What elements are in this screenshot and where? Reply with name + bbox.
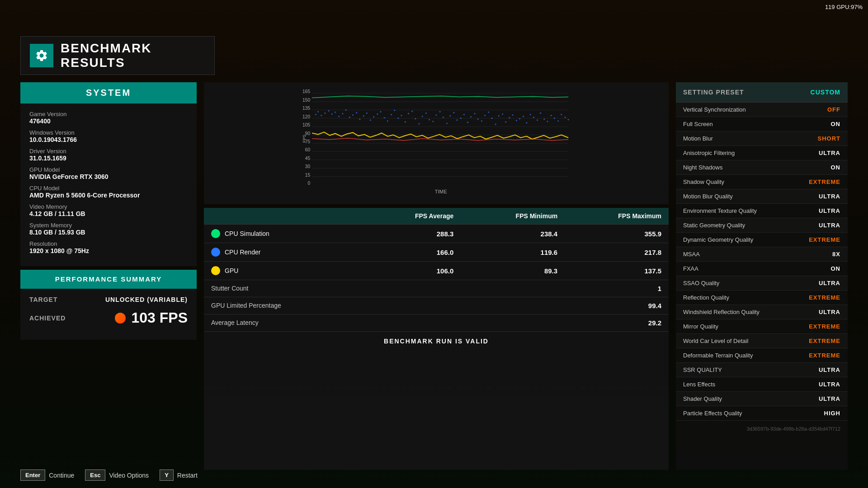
svg-text:105: 105 [302,122,310,127]
svg-text:165: 165 [302,89,310,94]
cpu-render-dot [211,248,220,257]
svg-point-87 [530,114,531,115]
setting-value: ULTRA [819,366,840,373]
gpu-label: GPU [211,266,349,275]
main-container: BENCHMARK RESULTS SYSTEM Game Version 47… [20,36,848,470]
results-table: FPS Average FPS Minimum FPS Maximum CPU … [204,208,669,470]
setting-value: 8X [832,251,840,258]
svg-point-50 [401,115,402,116]
svg-point-75 [488,112,489,113]
setting-name: Vertical Synchronization [683,106,827,113]
setting-item: Motion Blur QualityULTRA [676,189,848,204]
svg-point-42 [373,116,374,117]
svg-point-41 [370,119,371,121]
restart-label: Restart [177,472,198,479]
col-name [211,212,349,220]
esc-key[interactable]: Esc [85,469,105,481]
svg-point-96 [561,114,562,115]
setting-value: EXTREME [809,294,840,301]
setting-item: MSAA8X [676,247,848,262]
video-options-button[interactable]: Esc Video Options [85,469,149,481]
setting-value: EXTREME [809,338,840,344]
svg-text:FPS: FPS [302,135,307,143]
info-system-memory: System Memory 8.10 GB / 15.93 GB [29,222,188,236]
perf-summary-body: TARGET UNLOCKED (VARIABLE) ACHIEVED 103 … [20,289,197,340]
svg-text:15: 15 [305,173,311,178]
svg-point-71 [474,113,476,114]
achieved-row: ACHIEVED 103 FPS [29,310,188,326]
svg-point-57 [425,113,427,114]
setting-name: Anisotropic Filtering [683,150,819,156]
setting-value: ULTRA [819,150,840,156]
svg-point-66 [457,119,458,121]
svg-point-47 [391,114,392,115]
setting-value: ULTRA [819,280,840,286]
svg-point-36 [352,114,354,116]
setting-value: ULTRA [819,222,840,229]
svg-point-85 [523,116,524,117]
info-windows-version: Windows Version 10.0.19043.1766 [29,129,188,143]
svg-point-63 [446,122,448,124]
setting-item: World Car Level of DetailEXTREME [676,334,848,348]
svg-point-43 [377,113,378,115]
svg-point-77 [495,123,496,125]
setting-item: Dynamic Geometry QualityEXTREME [676,233,848,247]
svg-point-76 [491,117,492,119]
setting-name: Mirror Quality [683,323,809,330]
setting-item: Deformable Terrain QualityEXTREME [676,348,848,363]
setting-name: World Car Level of Detail [683,338,809,344]
setting-value: SHORT [818,135,841,142]
perf-summary-header: PERFORMANCE SUMMARY [20,270,197,289]
svg-point-82 [512,114,514,116]
info-gpu-model: GPU Model NVIDIA GeForce RTX 3060 [29,166,188,180]
svg-point-64 [449,115,451,117]
setting-value: EXTREME [809,352,840,359]
bottom-controls: Enter Continue Esc Video Options Y Resta… [20,469,198,481]
setting-name: FXAA [683,265,831,272]
info-cpu-model: CPU Model AMD Ryzen 5 5600 6-Core Proces… [29,185,188,199]
svg-point-45 [384,117,385,118]
svg-point-79 [502,113,503,115]
left-panel: SYSTEM Game Version 476400 Windows Versi… [20,82,197,470]
system-info: Game Version 476400 Windows Version 10.0… [20,103,197,266]
svg-point-91 [543,118,545,120]
setting-value: ON [831,265,841,272]
svg-text:30: 30 [305,164,311,169]
svg-text:TIME: TIME [435,189,447,194]
setting-value: ULTRA [819,381,840,388]
svg-point-34 [345,109,347,111]
title-bar: BENCHMARK RESULTS [20,36,215,75]
svg-point-52 [408,113,409,114]
svg-point-55 [419,123,420,124]
setting-value: EXTREME [809,236,840,243]
setting-item: Environment Texture QualityULTRA [676,204,848,218]
y-key[interactable]: Y [160,469,174,481]
svg-point-39 [363,115,364,117]
settings-header: SETTING PRESET CUSTOM [676,82,848,103]
setting-item: Vertical SynchronizationOFF [676,103,848,117]
svg-point-46 [387,120,388,122]
setting-item: Anisotropic FilteringULTRA [676,146,848,160]
svg-point-78 [498,115,500,117]
svg-point-86 [526,122,527,123]
setting-name: Environment Texture Quality [683,207,819,214]
svg-point-62 [443,117,444,118]
svg-point-29 [328,110,330,112]
setting-name: Dynamic Geometry Quality [683,236,809,243]
page-title: BENCHMARK RESULTS [61,41,205,70]
setting-value: EXTREME [809,178,840,185]
setting-name: SSAO Quality [683,280,819,286]
restart-button[interactable]: Y Restart [160,469,198,481]
setting-name: Windshield Reflection Quality [683,309,819,315]
col-min: FPS Minimum [453,212,557,220]
svg-point-49 [397,117,399,119]
setting-item: Windshield Reflection QualityULTRA [676,305,848,319]
svg-point-44 [380,111,381,113]
setting-name: Motion Blur [683,135,818,142]
svg-point-59 [432,121,434,122]
continue-button[interactable]: Enter Continue [20,469,74,481]
enter-key[interactable]: Enter [20,469,45,481]
svg-point-80 [505,121,506,122]
setting-name: Static Geometry Quality [683,222,819,229]
svg-point-32 [338,116,340,117]
